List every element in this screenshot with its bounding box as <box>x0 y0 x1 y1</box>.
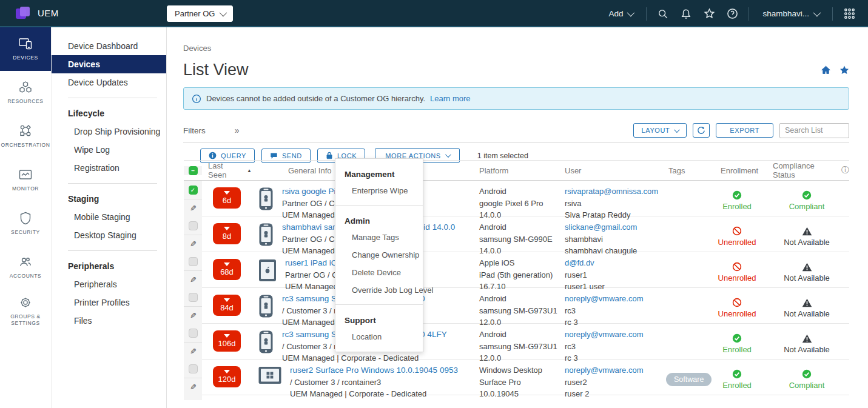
rail-label: DEVICES <box>13 55 38 61</box>
sidebar-item-orchestration[interactable]: ORCHESTRATION <box>0 115 51 158</box>
username-label: shambhavi... <box>762 9 809 18</box>
general-info-cell: ruser2 Surface Pro Windows 10.0.19045 09… <box>252 360 473 400</box>
edit-pencil-icon[interactable]: ✎ <box>190 347 197 356</box>
user-email-link[interactable]: d@fd.dv <box>565 258 594 267</box>
enrollment-cell: Unenrolled <box>710 216 764 257</box>
sidebar-item-accounts[interactable]: ACCOUNTS <box>0 246 51 289</box>
edit-pencil-icon[interactable]: ✎ <box>190 239 197 249</box>
user-email-link[interactable]: noreply@vmware.com <box>565 366 644 375</box>
edit-pencil-icon[interactable]: ✎ <box>190 204 197 213</box>
subnav-header-peripherals: Peripherals <box>52 257 166 275</box>
subnav-item-peripherals[interactable]: Peripherals <box>52 275 166 293</box>
compliance-cell: Not Available <box>764 252 849 293</box>
android-phone-icon <box>258 330 274 354</box>
export-button[interactable]: EXPORT <box>716 123 773 138</box>
nav-right-group: Add shambhavi... <box>600 0 868 27</box>
row-checkbox[interactable] <box>189 364 198 373</box>
select-all-checkbox[interactable]: – <box>189 166 198 175</box>
column-header-tags: Tags <box>661 166 710 175</box>
sidebar-item-resources[interactable]: RESOURCES <box>0 71 51 115</box>
app-grid-icon[interactable] <box>838 0 861 27</box>
search-list-input[interactable] <box>779 123 849 138</box>
brand-logo[interactable]: UEM <box>0 7 121 20</box>
row-checkbox[interactable] <box>189 221 198 230</box>
device-managed-info: UEM Managed | Corporate - Dedicated <box>290 388 458 400</box>
search-icon[interactable] <box>651 0 675 27</box>
compliance-cell: Not Available <box>764 288 849 329</box>
row-select-cell: ✎ <box>184 324 202 364</box>
subnav-item-mobile-staging[interactable]: Mobile Staging <box>52 208 166 226</box>
enrollment-cell: Enrolled <box>710 324 764 364</box>
last-seen-cell: 68d <box>202 252 252 293</box>
last-seen-value: 68d <box>220 267 234 276</box>
compliance-cell: Compliant <box>764 181 849 221</box>
user-cell: d@fd.dv ruser1 ruser1 user <box>558 252 661 293</box>
subnav-item-device-dashboard[interactable]: Device Dashboard <box>52 37 166 55</box>
subnav-item-devices[interactable]: Devices <box>52 55 166 73</box>
subnav-item-registration[interactable]: Registration <box>52 159 166 177</box>
sidebar-item-security[interactable]: SECURITY <box>0 202 51 246</box>
chevron-down-icon <box>674 127 680 133</box>
device-name-link[interactable]: ruser2 Surface Pro Windows 10.0.19045 09… <box>290 366 458 375</box>
filters-expand-icon[interactable]: » <box>235 125 240 135</box>
row-checkbox[interactable] <box>189 257 198 266</box>
divider <box>832 7 833 21</box>
subnav-item-drop-ship-provisioning[interactable]: Drop Ship Provisioning <box>52 122 166 141</box>
caret-down-icon <box>224 370 230 373</box>
last-seen-cell: 106d <box>202 324 252 364</box>
enrollment-status: Unenrolled <box>718 273 756 283</box>
enrollment-status: Unenrolled <box>718 309 756 318</box>
user-menu-button[interactable]: shambhavi... <box>754 9 827 18</box>
sidebar-item-monitor[interactable]: MONITOR <box>0 158 51 202</box>
warning-triangle-icon <box>802 227 812 236</box>
divider <box>184 270 202 271</box>
lock-icon <box>326 152 333 159</box>
subnav-item-desktop-staging[interactable]: Desktop Staging <box>52 226 166 244</box>
subnav-item-wipe-log[interactable]: Wipe Log <box>52 141 166 159</box>
subnav-item-device-updates[interactable]: Device Updates <box>52 73 166 92</box>
subnav-item-files[interactable]: Files <box>52 312 166 330</box>
info-icon: ⓘ <box>841 165 849 176</box>
home-icon[interactable] <box>821 65 831 75</box>
column-header-last-seen[interactable]: Last Seen▲ <box>202 161 252 179</box>
help-icon[interactable] <box>721 0 744 27</box>
row-checkbox[interactable] <box>189 293 198 302</box>
user-cell: noreply@vmware.com rc3 rc 3 <box>558 324 661 364</box>
og-selector-button[interactable]: Partner OG <box>167 5 233 22</box>
menu-item-change-ownership[interactable]: Change Ownership <box>335 246 423 264</box>
menu-item-location[interactable]: Location <box>335 328 423 346</box>
layout-button[interactable]: LAYOUT <box>633 123 687 138</box>
add-menu-button[interactable]: Add <box>600 9 641 18</box>
row-checkbox[interactable]: ✓ <box>189 186 198 195</box>
learn-more-link[interactable]: Learn more <box>430 94 470 103</box>
last-seen-cell: 6d <box>202 181 252 221</box>
user-email-link[interactable]: noreply@vmware.com <box>565 330 644 339</box>
row-checkbox[interactable] <box>189 329 198 338</box>
edit-pencil-icon[interactable]: ✎ <box>190 383 197 392</box>
rail-label: SECURITY <box>11 229 40 236</box>
notifications-bell-icon[interactable] <box>675 0 698 27</box>
sidebar-item-groups-settings[interactable]: GROUPS & SETTINGS <box>0 289 51 333</box>
user-email-link[interactable]: slickane@gmail.com <box>565 222 637 232</box>
success-check-icon <box>802 369 812 379</box>
success-check-icon <box>802 190 812 200</box>
menu-item-enterprise-wipe[interactable]: Enterprise Wipe <box>335 182 423 199</box>
user-email-link[interactable]: rsivapratap@omnissa.com <box>565 187 658 196</box>
sidebar-item-devices[interactable]: DEVICES <box>0 27 51 71</box>
favorites-star-icon[interactable] <box>698 0 721 27</box>
menu-item-delete-device[interactable]: Delete Device <box>335 264 423 281</box>
last-seen-badge: 120d <box>213 366 241 387</box>
user-email-link[interactable]: noreply@vmware.com <box>565 294 644 303</box>
edit-pencil-icon[interactable]: ✎ <box>190 311 197 320</box>
menu-item-override-job-log-level[interactable]: Override Job Log Level <box>335 281 423 299</box>
divider <box>184 342 202 343</box>
divider <box>749 7 749 21</box>
chat-bubble-icon <box>270 152 278 159</box>
menu-item-manage-tags[interactable]: Manage Tags <box>335 229 423 246</box>
subnav-item-printer-profiles[interactable]: Printer Profiles <box>52 293 166 312</box>
filters-toggle[interactable]: Filters <box>183 126 206 135</box>
caret-down-icon <box>224 334 230 338</box>
favorite-star-icon[interactable] <box>839 65 850 76</box>
refresh-button[interactable] <box>693 123 710 138</box>
edit-pencil-icon[interactable]: ✎ <box>190 275 197 284</box>
